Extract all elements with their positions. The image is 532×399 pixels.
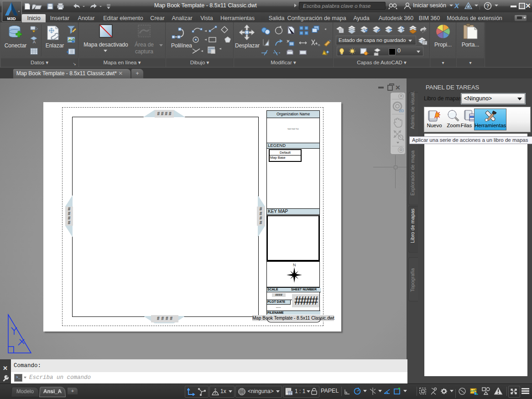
svg-text:?: ?	[486, 3, 490, 9]
svg-text:n: n	[318, 43, 320, 47]
svg-text:M3D: M3D	[7, 16, 16, 21]
svg-text:A: A	[33, 40, 36, 44]
svg-text:2D: 2D	[399, 109, 404, 113]
